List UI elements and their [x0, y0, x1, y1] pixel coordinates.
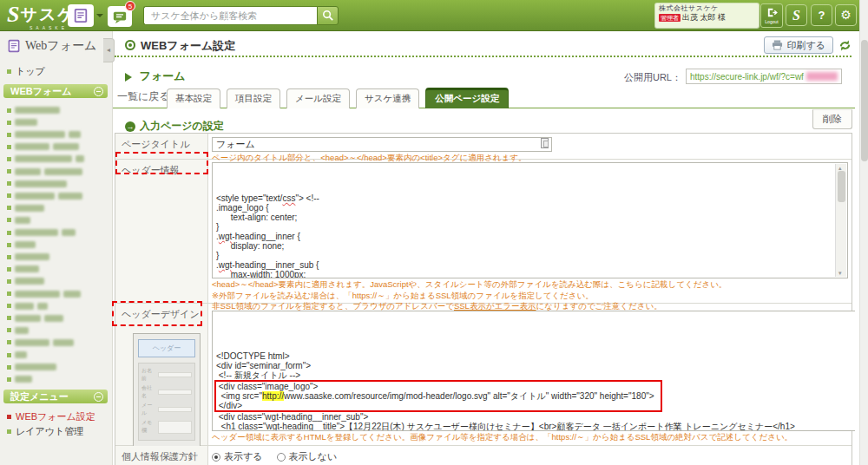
code-line: <div id="seminar_form">	[216, 361, 855, 370]
user-name: 出茂 太郎 様	[682, 14, 726, 22]
sidebar-item-redacted[interactable]	[7, 166, 82, 178]
sidebar-item-redacted[interactable]	[7, 300, 48, 312]
memo-dropdown-caret[interactable]	[96, 14, 103, 21]
sidebar-collapse-handle[interactable]	[103, 38, 115, 62]
radio-hide[interactable]	[277, 453, 286, 462]
header-design-hint: ヘッダー領域に表示するHTMLを登録してください。画像ファイル等を指定する場合は…	[212, 433, 855, 442]
sidebar-item-redacted[interactable]	[7, 214, 30, 226]
tab-bar: 一覧に戻る 基本設定項目設定メール設定サスケ連携公開ページ設定	[113, 87, 855, 108]
preview-form-box: お名前会社名メールメモ欄	[138, 363, 195, 441]
row-privacy-policy: 個人情報保護方針 表示する 表示しない 入力フォームの下部に個人情報の保護方針を…	[115, 446, 852, 465]
preview-field-会社名: 会社名	[141, 384, 192, 400]
sidebar-group-webform[interactable]: WEBフォーム	[3, 84, 108, 98]
sidebar-item-redacted[interactable]	[7, 251, 49, 263]
tab-公開ページ設定[interactable]: 公開ページ設定	[425, 88, 509, 108]
row-header-design: ヘッダーデザイン ヘッダー お名前会社名メールメモ欄 フッター <!DOCTYP…	[115, 304, 852, 446]
tab-基本設定[interactable]: 基本設定	[167, 88, 220, 108]
tab-list: 基本設定項目設定メール設定サスケ連携公開ページ設定	[167, 88, 509, 108]
sidebar-item-redacted[interactable]	[7, 349, 27, 361]
logout-icon	[766, 7, 778, 18]
sidebar-item-レイアウト管理[interactable]: レイアウト管理	[7, 425, 83, 438]
sidebar-item-redacted[interactable]	[7, 116, 37, 128]
search-input[interactable]	[143, 6, 317, 25]
sidebar-item-redacted[interactable]	[7, 190, 82, 202]
webform-panel-icon	[7, 39, 21, 53]
textarea-scrollbar[interactable]	[835, 164, 846, 277]
sidebar-item-redacted[interactable]	[7, 178, 67, 190]
sidebar-panel-title: Webフォーム	[7, 38, 96, 54]
row-page-title: ページタイトル ページ内のタイトル部分と、<head>～</head>要素内の<…	[115, 134, 852, 160]
sidebar-item-redacted[interactable]	[7, 373, 32, 385]
help-button[interactable]: ?	[811, 4, 832, 26]
print-button[interactable]: 印刷する	[764, 36, 833, 54]
page-scrollbar-thumb[interactable]	[861, 40, 868, 161]
preview-field-お名前: お名前	[141, 367, 192, 383]
code-line: .wgt-heading__inner_sub {	[216, 260, 832, 270]
sidebar-item-redacted[interactable]	[7, 275, 44, 287]
sidebar-item-WEBフォーム設定[interactable]: WEBフォーム設定	[7, 410, 95, 423]
header-design-textarea[interactable]: <!DOCTYPE html><div id="seminar_form"> <…	[212, 311, 855, 431]
search-icon	[322, 10, 334, 22]
refresh-icon[interactable]	[838, 38, 853, 54]
search-button[interactable]	[317, 6, 339, 25]
logout-button[interactable]: Logout	[760, 3, 783, 28]
code-line: <!DOCTYPE html>	[216, 351, 855, 361]
sidebar-group-settings[interactable]: 設定メニュー	[3, 390, 108, 403]
code-line: <!-- 新規タイトル -->	[216, 370, 855, 380]
sidebar-item-top[interactable]: トップ	[7, 65, 45, 78]
code-line: .image_logo {	[216, 203, 832, 213]
header-info-textarea[interactable]: <style type="text/css"> <!--.image_logo …	[212, 162, 848, 278]
tab-サスケ連携[interactable]: サスケ連携	[356, 88, 419, 108]
sidebar-item-redacted[interactable]	[7, 361, 56, 373]
sidebar-item-redacted[interactable]	[7, 104, 60, 116]
privacy-label: 個人情報保護方針	[115, 446, 208, 465]
printer-icon	[772, 40, 783, 50]
page-title-field-label: ページタイトル	[115, 134, 208, 159]
sidebar-item-redacted[interactable]	[7, 153, 84, 165]
sidebar-item-redacted[interactable]	[7, 128, 81, 141]
sidebar-item-redacted[interactable]	[7, 312, 63, 324]
top-bar: Sサスケ SAASKE 5 株式会社サスケケ 管理者 出茂 太郎 様	[0, 0, 868, 31]
ime-icon[interactable]	[541, 138, 549, 148]
sidebar-item-redacted[interactable]	[7, 263, 39, 275]
scrollbar-thumb[interactable]	[838, 171, 845, 202]
logo-s-mark: S	[7, 2, 19, 27]
code-line: }	[216, 222, 832, 232]
code-line: </div>	[216, 401, 661, 410]
saaske-home-button[interactable]: S	[786, 4, 807, 26]
sidebar-item-redacted[interactable]	[7, 324, 29, 337]
public-url-input[interactable]	[686, 69, 842, 84]
form-section-title: フォーム	[125, 69, 186, 84]
tab-項目設定[interactable]: 項目設定	[227, 88, 280, 108]
tab-メール設定[interactable]: メール設定	[286, 88, 350, 108]
settings-table: ページタイトル ページ内のタイトル部分と、<head>～</head>要素内の<…	[115, 133, 852, 465]
memo-button[interactable]	[68, 4, 94, 27]
header-info-label: ヘッダー情報	[115, 160, 208, 303]
back-to-list-link[interactable]: 一覧に戻る	[117, 89, 170, 104]
main-content: WEBフォーム設定 印刷する フォーム 公開用URL： 一覧に戻る 基本設定項	[113, 31, 855, 465]
chat-notification-badge: 5	[125, 1, 135, 11]
sidebar-item-redacted[interactable]	[7, 337, 74, 349]
code-line: <div class="wgt-heading__inner_sub">	[216, 412, 855, 422]
code-line: max-width: 1000px;	[216, 270, 832, 278]
saaske-logo[interactable]: Sサスケ SAASKE	[7, 2, 76, 30]
collapse-minus-icon[interactable]	[94, 392, 103, 402]
delete-button[interactable]: 削除	[812, 109, 852, 129]
page-scrollbar[interactable]	[859, 0, 868, 465]
code-line: <h1 class="wgt-heading__title">【12月22日(木…	[216, 422, 855, 431]
header-design-label: ヘッダーデザイン	[122, 309, 200, 319]
sidebar-item-redacted[interactable]	[7, 239, 36, 251]
page-title-icon	[125, 40, 135, 50]
collapse-minus-icon[interactable]	[94, 87, 103, 96]
radio-show[interactable]	[212, 453, 220, 462]
memo-icon	[73, 8, 89, 23]
preview-header-box: ヘッダー	[138, 339, 195, 357]
sidebar-item-redacted[interactable]	[7, 141, 79, 153]
settings-gear-button[interactable]	[835, 4, 857, 26]
sidebar-item-redacted[interactable]	[7, 226, 76, 239]
code-line: <style type="text/css"> <!--	[216, 193, 832, 203]
code-line: text-align: center;	[216, 213, 832, 222]
page-title-input[interactable]	[212, 137, 552, 152]
sidebar-item-redacted[interactable]	[7, 202, 44, 214]
sidebar-item-redacted[interactable]	[7, 288, 81, 300]
